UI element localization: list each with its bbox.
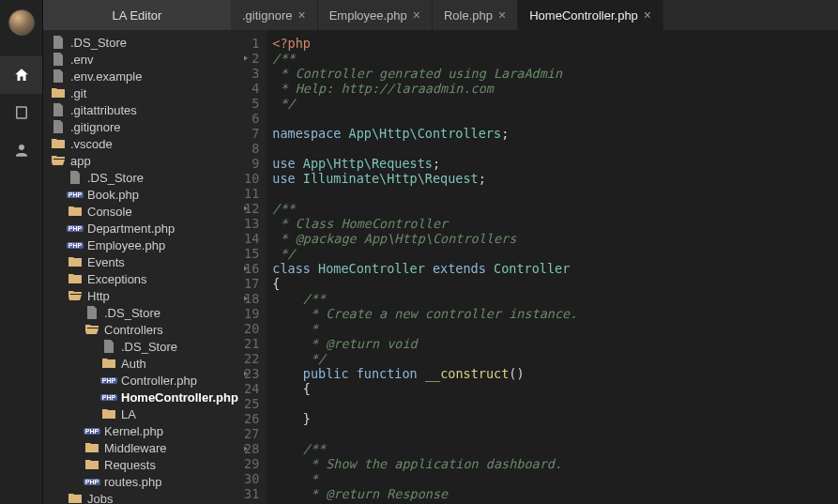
tree-item[interactable]: Controllers: [43, 321, 244, 338]
folder-open-icon: [84, 322, 99, 337]
tree-item[interactable]: app: [43, 152, 244, 169]
tree-item[interactable]: PHPHomeController.php: [43, 389, 244, 405]
code-line[interactable]: /**: [272, 441, 838, 456]
tree-item[interactable]: Console: [43, 203, 244, 220]
code-line[interactable]: */: [272, 246, 838, 261]
code-line[interactable]: public function __construct(): [272, 366, 838, 381]
tree-item[interactable]: PHPEmployee.php: [43, 237, 244, 253]
tree-item-label: Auth: [121, 357, 146, 371]
tree-item[interactable]: PHPController.php: [43, 372, 244, 389]
code-line[interactable]: class HomeController extends Controller: [272, 261, 838, 276]
tree-item[interactable]: PHPKernel.php: [43, 422, 244, 439]
line-number: 3: [244, 66, 259, 81]
line-number: 16: [244, 261, 259, 276]
code-line[interactable]: [272, 186, 838, 201]
nav-users[interactable]: [0, 131, 42, 169]
code-line[interactable]: {: [272, 276, 838, 291]
tree-item[interactable]: PHPDepartment.php: [43, 220, 244, 237]
close-icon[interactable]: ×: [498, 8, 506, 23]
close-icon[interactable]: ×: [644, 8, 651, 23]
nav-home[interactable]: [0, 56, 42, 94]
close-icon[interactable]: ×: [297, 8, 305, 23]
home-icon: [13, 67, 30, 84]
code-line[interactable]: [272, 111, 838, 126]
code-line[interactable]: * @package App\Http\Controllers: [272, 231, 838, 246]
code-line[interactable]: [272, 426, 838, 441]
code-line[interactable]: <?php: [272, 36, 838, 51]
code-line[interactable]: [272, 396, 838, 411]
folder-icon: [84, 457, 99, 472]
avatar[interactable]: [8, 9, 35, 36]
code-line[interactable]: [272, 141, 838, 156]
code-line[interactable]: use App\Http\Requests;: [272, 156, 838, 171]
topbar: LA Editor .gitignore×Employee.php×Role.p…: [43, 0, 838, 30]
tree-item[interactable]: .DS_Store: [43, 34, 244, 51]
tree-item[interactable]: .DS_Store: [43, 169, 244, 186]
code-line[interactable]: namespace App\Http\Controllers;: [272, 126, 838, 141]
code-line[interactable]: */: [272, 96, 838, 111]
code-line[interactable]: {: [272, 381, 838, 396]
code-line[interactable]: * @return Response: [272, 486, 838, 501]
file-icon: [51, 102, 66, 117]
code[interactable]: <?php/** * Controller genrated using Lar…: [267, 30, 838, 504]
code-line[interactable]: * Create a new controller instance.: [272, 306, 838, 321]
tree-item[interactable]: .gitattributes: [43, 101, 244, 118]
code-line[interactable]: * Show the application dashboard.: [272, 456, 838, 471]
tab-employee-php[interactable]: Employee.php×: [318, 0, 433, 30]
tree-item[interactable]: Middleware: [43, 439, 244, 456]
code-line[interactable]: /**: [272, 201, 838, 216]
code-line[interactable]: *: [272, 321, 838, 336]
tree-item-label: Middleware: [104, 441, 166, 455]
line-number: 7: [244, 126, 259, 141]
tree-item[interactable]: LA: [43, 405, 244, 422]
editor[interactable]: 1234567891011121314151617181920212223242…: [244, 30, 838, 504]
tree-item-label: Console: [87, 205, 132, 219]
tree-item[interactable]: Auth: [43, 355, 244, 372]
code-line[interactable]: * Class HomeController: [272, 216, 838, 231]
tree-item[interactable]: PHPBook.php: [43, 186, 244, 203]
tree-item-label: Department.php: [87, 221, 175, 236]
code-line[interactable]: */: [272, 351, 838, 366]
tree-item[interactable]: PHProutes.php: [43, 473, 244, 490]
tree-item[interactable]: .DS_Store: [43, 304, 244, 321]
tree-item[interactable]: .git: [43, 84, 244, 101]
code-line[interactable]: * @return void: [272, 336, 838, 351]
tree-item[interactable]: Exceptions: [43, 270, 244, 287]
folder-icon: [51, 136, 66, 151]
folder-icon: [68, 271, 83, 286]
tree-item[interactable]: .vscode: [43, 135, 244, 152]
line-number: 10: [244, 171, 259, 186]
code-line[interactable]: * Help: http://laraadmin.com: [272, 81, 838, 96]
php-icon: PHP: [68, 237, 83, 252]
code-line[interactable]: /**: [272, 51, 838, 66]
php-icon: PHP: [101, 373, 116, 388]
tree-item[interactable]: .env: [43, 51, 244, 68]
line-number: 24: [244, 381, 259, 396]
tree-item-label: Controller.php: [121, 374, 197, 388]
main: LA Editor .gitignore×Employee.php×Role.p…: [43, 0, 838, 504]
tree-item[interactable]: Requests: [43, 456, 244, 473]
tab-homecontroller-php[interactable]: HomeController.php×: [518, 0, 663, 30]
code-line[interactable]: *: [272, 471, 838, 486]
tree-item[interactable]: Events: [43, 253, 244, 270]
nav-book[interactable]: [0, 94, 42, 131]
code-line[interactable]: * Controller genrated using LaraAdmin: [272, 66, 838, 81]
tree-item[interactable]: Http: [43, 287, 244, 304]
tree-item[interactable]: .DS_Store: [43, 338, 244, 355]
tree-item[interactable]: Jobs: [43, 490, 244, 504]
tab--gitignore[interactable]: .gitignore×: [231, 0, 318, 30]
tree-item-label: Book.php: [87, 188, 139, 202]
close-icon[interactable]: ×: [413, 8, 420, 23]
tree-item[interactable]: .env.example: [43, 68, 244, 84]
tab-role-php[interactable]: Role.php×: [433, 0, 518, 30]
line-number: 1: [244, 36, 259, 51]
code-line[interactable]: }: [272, 411, 838, 426]
code-line[interactable]: /**: [272, 291, 838, 306]
tree-item-label: .vscode: [70, 137, 113, 151]
tree-item[interactable]: .gitignore: [43, 118, 244, 135]
line-number: 23: [244, 366, 259, 381]
file-icon: [51, 52, 66, 67]
code-line[interactable]: use Illuminate\Http\Request;: [272, 171, 838, 186]
line-number: 20: [244, 321, 259, 336]
file-tree[interactable]: .DS_Store.env.env.example.git.gitattribu…: [43, 30, 244, 504]
